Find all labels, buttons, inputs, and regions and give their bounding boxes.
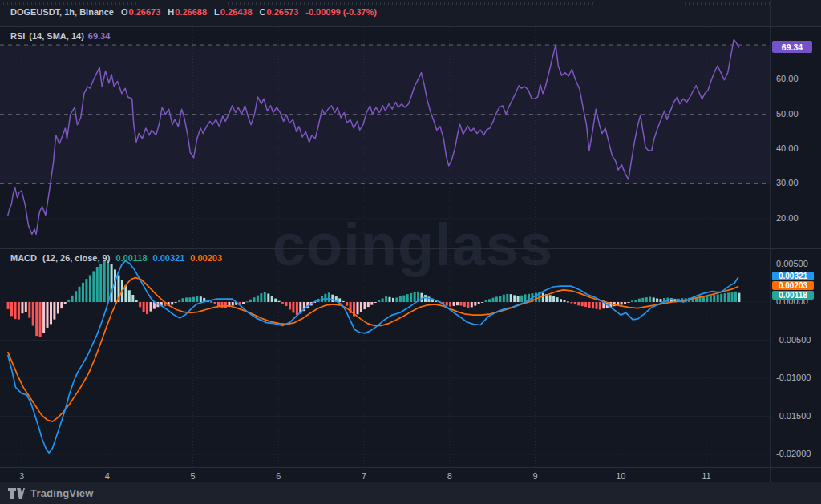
macd-histogram-bar [474, 302, 476, 306]
macd-histogram-bar [139, 302, 141, 307]
macd-histogram-bar [124, 285, 127, 302]
macd-histogram-bar [289, 302, 291, 310]
macd-histogram-bar [378, 300, 380, 302]
macd-histogram-bar [570, 302, 572, 304]
macd-histogram-bar [192, 297, 195, 302]
macd-histogram-bar [552, 296, 555, 302]
macd-histogram-bar [25, 302, 27, 312]
macd-histogram-bar [713, 295, 715, 302]
symbol-legend: DOGEUSDT, 1h, Binance O0.26673 H0.26688 … [10, 7, 377, 17]
macd-histogram-bar [382, 298, 384, 302]
macd-histogram-bar [64, 302, 67, 304]
macd-hist-badge: 0.00118 [772, 291, 814, 300]
macd-histogram-bar [143, 302, 145, 312]
macd-histogram-bar [242, 302, 245, 304]
rsi-value: 69.34 [88, 31, 111, 41]
macd-histogram-bar [410, 293, 412, 302]
macd-histogram-bar [385, 296, 387, 302]
macd-histogram-bar [363, 302, 366, 309]
macd-histogram-bar [357, 302, 359, 314]
macd-histogram-bar [628, 302, 630, 303]
macd-histogram-bar [724, 293, 726, 302]
macd-axis-label: -0.02000 [776, 449, 811, 458]
macd-histogram-bar [18, 302, 20, 320]
macd-histogram-bar [634, 300, 637, 302]
tradingview-logo-icon[interactable] [8, 488, 25, 499]
macd-histogram-bar [175, 302, 177, 303]
macd-axis-label: -0.01000 [776, 373, 811, 382]
macd-histogram-bar [260, 293, 262, 302]
macd-histogram-bar [246, 301, 249, 302]
macd-histogram-bar [702, 296, 705, 302]
high-value: H0.26688 [168, 7, 207, 17]
macd-histogram-bar [47, 302, 49, 328]
macd-histogram-bar [624, 302, 626, 304]
open-value: O0.26673 [121, 7, 160, 17]
macd-histogram-bar [328, 292, 330, 302]
symbol-title[interactable]: DOGEUSDT, 1h, Binance [10, 7, 114, 17]
macd-axis-label: -0.00500 [776, 335, 811, 345]
time-axis[interactable] [0, 468, 770, 482]
price-axis[interactable]: 70.0060.0050.0040.0030.0020.00 0.005000.… [771, 0, 821, 482]
macd-histogram-bar [399, 296, 402, 302]
macd-histogram-bar [146, 302, 148, 314]
macd-histogram-bar [653, 297, 655, 302]
macd-histogram-bar [463, 302, 466, 307]
rsi-axis-label: 40.00 [776, 143, 799, 153]
macd-histogram-bar [96, 267, 99, 302]
time-axis-label: 9 [532, 471, 537, 481]
rsi-title[interactable]: RSI [10, 31, 25, 41]
macd-histogram-bar [460, 302, 463, 306]
macd-histogram-bar [253, 297, 256, 302]
macd-histogram-bar [395, 297, 398, 302]
macd-histogram-bar [481, 302, 483, 303]
macd-histogram-bar [267, 294, 269, 303]
time-axis-label: 3 [19, 471, 24, 481]
macd-histogram-bar [710, 296, 712, 302]
macd-histogram-bar [717, 294, 719, 302]
time-axis-label: 5 [190, 471, 195, 481]
macd-histogram-bar [285, 302, 288, 306]
macd-histogram-bar [492, 298, 495, 302]
macd-histogram-bar [185, 297, 188, 302]
macd-histogram-bar [281, 302, 284, 304]
macd-histogram-bar [42, 302, 45, 333]
macd-histogram-bar [10, 302, 13, 316]
macd-histogram-bar [499, 296, 501, 302]
macd-histogram-bar [14, 302, 17, 319]
tradingview-label[interactable]: TradingView [30, 487, 94, 499]
macd-histogram-bar [28, 302, 30, 318]
macd-histogram-bar [535, 293, 537, 303]
macd-histogram-bar [560, 299, 562, 302]
macd-histogram-bar [188, 297, 191, 302]
time-axis-label: 8 [447, 471, 452, 481]
time-axis-label: 4 [105, 471, 110, 481]
macd-histogram-bar [7, 302, 10, 309]
time-axis-label: 6 [276, 471, 281, 481]
macd-histogram-bar [596, 302, 598, 309]
rsi-axis-label: 20.00 [776, 213, 799, 223]
macd-histogram-bar [249, 300, 252, 302]
macd-histogram-bar [135, 300, 138, 302]
macd-histogram-bar [178, 300, 180, 302]
pane-separator[interactable] [0, 248, 821, 249]
macd-histogram-bar [599, 302, 601, 310]
macd-histogram-bar [107, 260, 109, 302]
macd-histogram-bar [50, 302, 52, 324]
macd-histogram-bar [200, 296, 202, 302]
macd-histogram-bar [67, 300, 70, 302]
macd-histogram-bar [53, 302, 55, 320]
macd-signal-value: 0.00203 [190, 253, 222, 263]
macd-signal-badge: 0.00203 [772, 281, 814, 290]
macd-histogram-bar [564, 300, 566, 303]
macd-histogram-bar [542, 293, 544, 302]
macd-title[interactable]: MACD [10, 253, 37, 263]
macd-histogram-bar [414, 292, 416, 302]
macd-histogram-bar [224, 302, 227, 308]
chart-canvas[interactable]: coinglass [0, 0, 821, 504]
time-axis-label: 10 [616, 471, 625, 481]
macd-histogram-bar [21, 302, 23, 313]
macd-histogram-bar [506, 294, 508, 302]
macd-histogram-bar [79, 287, 81, 302]
macd-histogram-bar [274, 299, 277, 302]
